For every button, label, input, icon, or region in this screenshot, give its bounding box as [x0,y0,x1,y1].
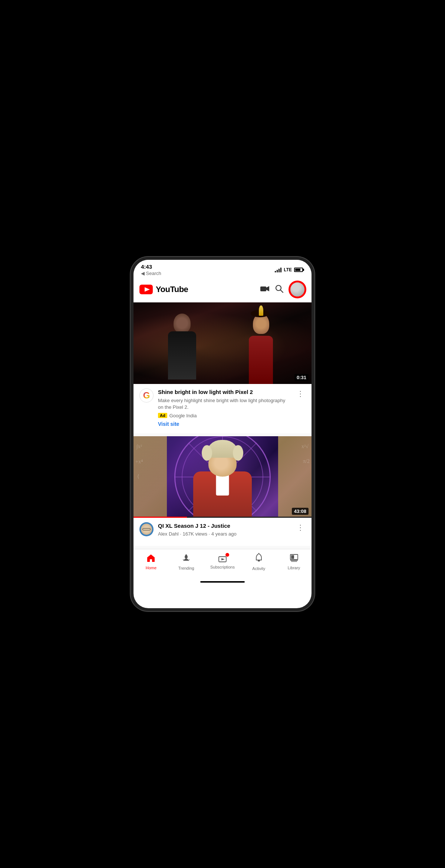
status-left: 4:43 ◀ Search [141,264,161,276]
status-time: 4:43 [141,264,161,270]
nav-item-trending[interactable]: Trending [175,553,197,570]
signal-bar-3 [278,269,280,272]
qi-video-thumbnail[interactable]: ∫x² +x⁴ ⟨ x²√ π/2 [134,436,312,518]
signal-bar-2 [277,270,278,272]
svg-line-5 [281,290,283,292]
svg-rect-8 [258,560,260,561]
ad-video-thumbnail[interactable]: 0:31 [134,302,312,384]
qi-video-title[interactable]: QI XL Season J 12 - Justice [158,522,291,530]
trending-icon [182,553,191,564]
battery-icon [294,268,304,272]
ad-video-card: 0:31 G Shine bright in low light with Pi… [134,302,312,433]
woman-silhouette [243,310,280,384]
channel-avatar-face [141,524,152,535]
google-channel-icon[interactable]: G [139,388,154,402]
profile-avatar[interactable] [289,281,306,298]
math-symbol-4: x²√ [301,444,309,450]
ad-more-options-button[interactable]: ⋮ [295,388,306,399]
lte-label: LTE [284,267,292,272]
nav-home-label: Home [146,566,156,570]
math-symbol-5: π/2 [303,458,310,464]
google-g-letter: G [143,390,150,401]
math-symbol-3: ⟨ [137,473,139,480]
home-indicator-area [134,578,312,586]
svg-rect-11 [291,555,294,559]
video-progress-fill [134,517,187,518]
video-progress-bar [134,517,312,518]
search-icon[interactable] [275,285,283,295]
svg-marker-3 [266,286,269,291]
judge-wig [206,440,239,458]
ad-video-title[interactable]: Shine bright in low light with Pixel 2 [158,388,291,396]
qi-video-info: QI XL Season J 12 - Justice Alex Dahl · … [134,518,312,546]
svg-marker-7 [221,558,225,560]
app-header: YouTube [134,278,312,302]
subscriptions-icon-wrapper [218,554,227,563]
qi-views: 167K views [183,531,207,537]
status-back-button[interactable]: ◀ Search [141,271,161,276]
subscriptions-badge [225,553,229,557]
ad-channel-name: Google India [169,413,197,418]
status-bar: 4:43 ◀ Search LTE [134,260,312,278]
home-indicator-bar [200,581,245,583]
qi-video-card: ∫x² +x⁴ ⟨ x²√ π/2 [134,436,312,546]
ad-row: Ad Google India [158,413,291,418]
nav-item-library[interactable]: Library [283,554,305,570]
nav-trending-label: Trending [178,566,194,570]
phone-frame: 4:43 ◀ Search LTE [134,260,312,608]
video-duration: 0:31 [294,374,309,381]
math-symbol-2: +x⁴ [135,458,143,465]
home-icon [146,554,155,564]
camera-icon[interactable] [260,285,269,294]
nav-item-home[interactable]: Home [140,554,162,570]
qi-separator-2: · [209,531,211,537]
signal-bar-1 [275,271,276,272]
avatar-glasses [142,528,151,530]
qi-video-duration: 43:08 [292,508,309,515]
ad-video-details: Shine bright in low light with Pixel 2 M… [158,388,291,427]
svg-rect-2 [260,286,266,291]
activity-icon [254,553,263,565]
qi-channel-avatar[interactable] [139,522,154,536]
judge-figure [185,438,260,518]
visit-site-link[interactable]: Visit site [158,421,179,427]
signal-bars [275,267,281,272]
app-title: YouTube [156,285,188,294]
nav-activity-label: Activity [252,566,265,571]
bottom-navigation: Home Trending Sub [134,549,312,578]
header-actions [260,281,306,298]
qi-channel-name: Alex Dahl [158,531,179,537]
nav-library-label: Library [288,566,300,570]
nav-item-activity[interactable]: Activity [248,553,270,571]
judge-robe [193,471,252,518]
nav-item-subscriptions[interactable]: Subscriptions [210,554,235,569]
status-right: LTE [275,267,304,272]
logo-area: YouTube [139,285,188,294]
qi-more-options-button[interactable]: ⋮ [295,522,306,533]
qi-video-meta: Alex Dahl · 167K views · 4 years ago [158,531,291,537]
content-area: 0:31 G Shine bright in low light with Pi… [134,302,312,549]
ad-video-info: G Shine bright in low light with Pixel 2… [134,384,312,433]
math-symbol-1: ∫x² [136,444,142,450]
ambient-light [134,302,312,384]
qi-video-details: QI XL Season J 12 - Justice Alex Dahl · … [158,522,291,540]
signal-bar-4 [280,268,281,272]
man-silhouette [165,314,199,384]
avatar-image [290,282,304,296]
qi-time-ago: 4 years ago [211,531,237,537]
profile-avatar-container[interactable] [289,281,306,298]
library-icon [290,554,299,564]
ad-video-description: Make every highlight shine bright with l… [158,397,291,411]
nav-subscriptions-label: Subscriptions [210,565,235,569]
youtube-logo-icon [139,285,153,294]
qi-separator-1: · [180,531,182,537]
ad-badge: Ad [158,413,167,418]
